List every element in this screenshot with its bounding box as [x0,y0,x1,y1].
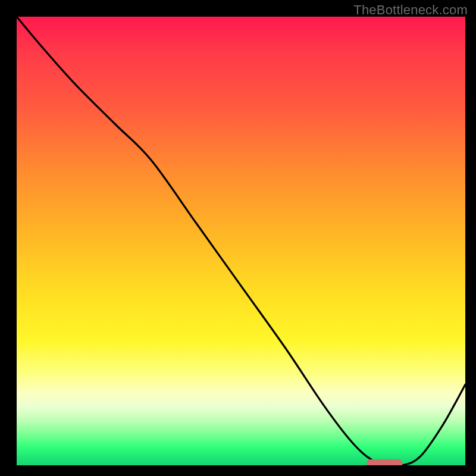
bottleneck-curve [17,17,465,465]
watermark-text: TheBottleneck.com [353,2,468,18]
optimal-marker [367,459,402,465]
chart-svg [17,17,465,465]
chart-frame: TheBottleneck.com [0,0,476,476]
plot-area [17,17,465,465]
